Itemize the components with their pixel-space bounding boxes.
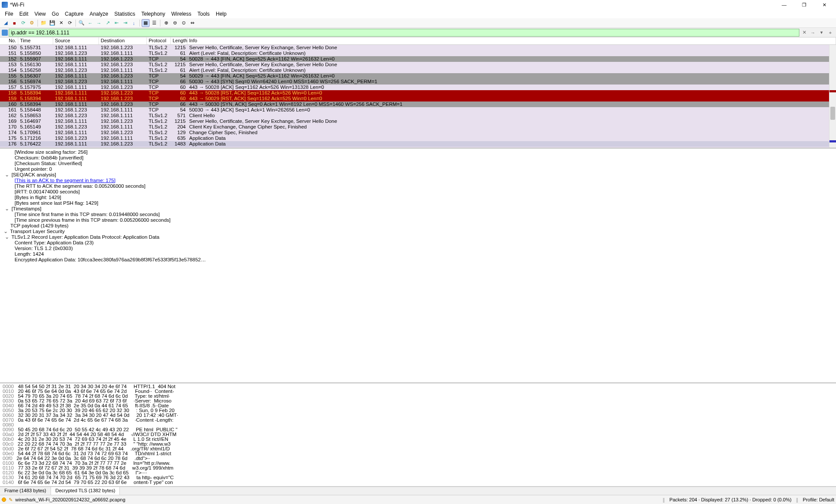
menu-telephony[interactable]: Telephony — [138, 10, 168, 18]
next-icon[interactable]: → — [95, 19, 103, 27]
restart-capture-icon[interactable]: ⟳ — [19, 19, 27, 27]
detail-line[interactable]: ⌄ TLSv1.2 Record Layer: Application Data… — [3, 234, 833, 240]
detail-line[interactable]: [The RTT to ACK the segment was: 0.00520… — [3, 183, 833, 189]
tab-frame[interactable]: Frame (1483 bytes) — [0, 487, 51, 495]
filter-input[interactable] — [9, 29, 799, 37]
stop-capture-icon[interactable]: ■ — [10, 19, 18, 27]
open-icon[interactable]: 📁 — [40, 19, 48, 27]
menu-tools[interactable]: Tools — [194, 10, 213, 18]
detail-line[interactable]: Urgent pointer: 0 — [3, 166, 833, 172]
packet-row[interactable]: 1515.155850192.168.1.223192.168.1.111TLS… — [0, 51, 836, 56]
detail-line[interactable]: [iRTT: 0.001474000 seconds] — [3, 189, 833, 195]
packet-row[interactable]: 1755.171216192.168.1.223192.168.1.111TLS… — [0, 135, 836, 141]
hex-row[interactable]: 0140 6f 6e 74 65 6e 74 2d 54 79 70 65 22… — [3, 480, 833, 485]
find-icon[interactable]: 🔍 — [78, 19, 85, 27]
prev-icon[interactable]: ← — [86, 19, 94, 27]
first-icon[interactable]: ⇤ — [112, 19, 120, 27]
col-no[interactable]: No. — [0, 37, 18, 44]
clear-filter-icon[interactable]: ✕ — [800, 29, 808, 37]
close-file-icon[interactable]: ✕ — [57, 19, 65, 27]
packet-row[interactable]: 1595.158394192.168.1.111192.168.1.223TCP… — [0, 96, 836, 101]
edit-icon[interactable]: ✎ — [9, 497, 13, 503]
save-icon[interactable]: 💾 — [48, 19, 56, 27]
packet-row[interactable]: 1775.216873192.168.1.223192.168.1.111TCP… — [0, 147, 836, 149]
detail-line[interactable]: Length: 1424 — [3, 251, 833, 257]
packet-details[interactable]: [Window size scaling factor: 256] Checks… — [0, 149, 836, 383]
menu-go[interactable]: Go — [49, 10, 62, 18]
zoom-reset-icon[interactable]: ⊙ — [180, 19, 187, 27]
separator — [37, 20, 38, 27]
detail-line[interactable]: [This is an ACK to the segment in frame:… — [3, 178, 833, 183]
packet-row[interactable]: 1575.157975192.168.1.111192.168.1.223TCP… — [0, 85, 836, 90]
packet-row[interactable]: 1605.158394192.168.1.111192.168.1.223TCP… — [0, 101, 836, 107]
minimize-button[interactable]: — — [774, 0, 794, 10]
options-icon[interactable]: ⚙ — [28, 19, 36, 27]
goto-icon[interactable]: ↗ — [104, 19, 112, 27]
detail-line[interactable]: ⌄ Transport Layer Security — [3, 229, 833, 234]
detail-line[interactable]: [Window size scaling factor: 256] — [3, 149, 833, 155]
last-icon[interactable]: ⇥ — [121, 19, 129, 27]
menu-edit[interactable]: Edit — [16, 10, 31, 18]
packet-row[interactable]: 1705.165149192.168.1.223192.168.1.111TLS… — [0, 124, 836, 130]
recent-filter-icon[interactable]: ▾ — [818, 29, 826, 37]
detail-line[interactable]: Content Type: Application Data (23) — [3, 240, 833, 246]
packet-scrollbar[interactable] — [829, 45, 836, 148]
packet-row[interactable]: 1765.176422192.168.1.111192.168.1.223TLS… — [0, 141, 836, 147]
packet-row[interactable]: 1615.158448192.168.1.223192.168.1.111TCP… — [0, 107, 836, 113]
detail-line[interactable]: [Bytes sent since last PSH flag: 1429] — [3, 200, 833, 206]
close-button[interactable]: ✕ — [814, 0, 834, 10]
scroll-thumb[interactable] — [830, 107, 835, 120]
menu-help[interactable]: Help — [213, 10, 230, 18]
col-time[interactable]: Time — [18, 37, 53, 44]
detail-line[interactable]: Encrypted Application Data: 10fcca3eec38… — [3, 257, 833, 263]
reload-icon[interactable]: ⟳ — [66, 19, 74, 27]
detail-line[interactable]: [Checksum Status: Unverified] — [3, 161, 833, 166]
detail-line[interactable]: Version: TLS 1.2 (0x0303) — [3, 246, 833, 251]
packet-list[interactable]: No. Time Source Destination Protocol Len… — [0, 37, 836, 149]
colorize-icon[interactable]: ▦ — [142, 19, 150, 27]
zoom-in-icon[interactable]: ⊕ — [162, 19, 170, 27]
add-filter-icon[interactable]: + — [826, 29, 834, 37]
detail-line[interactable]: ⌄ [Timestamps] — [3, 206, 833, 212]
col-proto[interactable]: Protocol — [147, 37, 171, 44]
detail-line[interactable]: [Bytes in flight: 1429] — [3, 195, 833, 200]
packet-row[interactable]: 1695.164697192.168.1.111192.168.1.223TLS… — [0, 118, 836, 124]
col-src[interactable]: Source — [53, 37, 99, 44]
menu-analyze[interactable]: Analyze — [87, 10, 112, 18]
maximize-button[interactable]: ❐ — [794, 0, 814, 10]
detail-line[interactable]: ⌄ [SEQ/ACK analysis] — [3, 172, 833, 178]
packet-row[interactable]: 1585.158394192.168.1.111192.168.1.223TCP… — [0, 90, 836, 96]
menu-view[interactable]: View — [31, 10, 49, 18]
col-info[interactable]: Info — [187, 37, 836, 44]
status-profile[interactable]: Profile: Default — [803, 497, 834, 502]
packet-row[interactable]: 1555.156307192.168.1.111192.168.1.223TCP… — [0, 73, 836, 79]
detail-line[interactable]: Checksum: 0xb84b [unverified] — [3, 155, 833, 161]
packet-row[interactable]: 1745.170961192.168.1.111192.168.1.223TLS… — [0, 130, 836, 135]
apply-filter-icon[interactable]: → — [809, 29, 817, 37]
zoom-out-icon[interactable]: ⊖ — [171, 19, 179, 27]
detail-line[interactable]: [Time since previous frame in this TCP s… — [3, 217, 833, 223]
detail-line[interactable]: TCP payload (1429 bytes) — [3, 223, 833, 229]
packet-row[interactable]: 1535.156130192.168.1.111192.168.1.223TLS… — [0, 62, 836, 68]
packet-row[interactable]: 1545.156258192.168.1.223192.168.1.111TLS… — [0, 68, 836, 73]
packet-row[interactable]: 1525.155907192.168.1.111192.168.1.223TCP… — [0, 56, 836, 62]
hex-pane[interactable]: 0000 48 54 54 50 2f 31 2e 31 20 34 30 34… — [0, 383, 836, 487]
start-capture-icon[interactable]: ◢ — [2, 19, 10, 27]
menu-capture[interactable]: Capture — [62, 10, 87, 18]
expert-info-icon[interactable] — [2, 497, 6, 502]
packet-row[interactable]: 1505.155731192.168.1.111192.168.1.223TLS… — [0, 45, 836, 51]
col-len[interactable]: Length — [171, 37, 187, 44]
autoscroll-icon[interactable]: ↓ — [130, 19, 138, 27]
menu-file[interactable]: File — [2, 10, 16, 18]
col-dst[interactable]: Destination — [99, 37, 147, 44]
menu-wireless[interactable]: Wireless — [168, 10, 194, 18]
bookmark-icon[interactable] — [2, 30, 8, 36]
list-icon[interactable]: ☰ — [150, 19, 158, 27]
hex-row[interactable]: 0070 0a 43 6f 6e 74 65 6e 74 2d 4c 65 6e… — [3, 418, 833, 423]
tab-decrypted[interactable]: Decrypted TLS (1382 bytes) — [51, 487, 120, 495]
menu-statistics[interactable]: Statistics — [111, 10, 138, 18]
detail-line[interactable]: [Time since first frame in this TCP stre… — [3, 212, 833, 217]
packet-row[interactable]: 1625.158653192.168.1.223192.168.1.111TLS… — [0, 113, 836, 118]
packet-row[interactable]: 1565.156974192.168.1.223192.168.1.111TCP… — [0, 79, 836, 85]
resize-cols-icon[interactable]: ⇔ — [188, 19, 196, 27]
